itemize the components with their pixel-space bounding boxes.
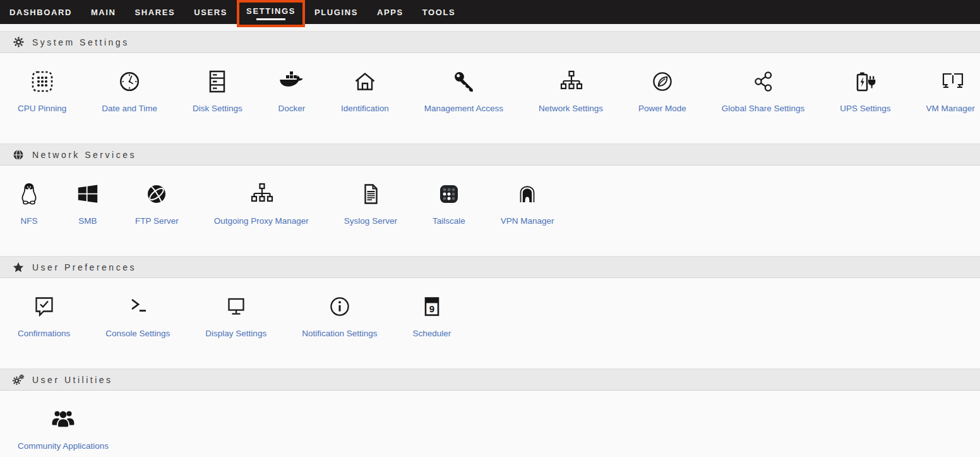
linux-tux-icon	[18, 179, 40, 209]
vm-windows-icon	[937, 66, 964, 97]
section-header-user-preferences: User Preferences	[0, 256, 980, 278]
cpu-pinning-icon	[30, 66, 55, 97]
section-body-system-settings: CPU Pinning Date and Time Disk Settings	[0, 53, 980, 143]
settings-item-label: Outgoing Proxy Manager	[214, 216, 309, 226]
settings-item-label: CPU Pinning	[18, 104, 66, 113]
users-group-icon	[50, 404, 76, 434]
settings-item-vm-manager[interactable]: VM Manager	[909, 66, 980, 113]
scheduler-date: 9	[429, 303, 434, 314]
section-header-network-services: Network Services	[0, 143, 980, 166]
nav-tab-users[interactable]: USERS	[184, 0, 237, 24]
section-title: User Utilities	[32, 375, 113, 385]
leaf-circle-icon	[650, 66, 675, 97]
nav-tab-tools[interactable]: TOOLS	[413, 0, 465, 24]
settings-item-console-settings[interactable]: Console Settings	[88, 291, 188, 338]
nav-gap	[0, 24, 980, 31]
settings-item-scheduler[interactable]: 9 Scheduler	[395, 291, 469, 338]
section-body-user-preferences: Confirmations Console Settings Display S…	[0, 278, 980, 369]
gear-icon	[11, 36, 25, 48]
settings-item-date-and-time[interactable]: Date and Time	[84, 66, 175, 113]
settings-item-global-share-settings[interactable]: Global Share Settings	[704, 66, 822, 113]
settings-item-docker[interactable]: Docker	[260, 66, 323, 113]
settings-item-label: Disk Settings	[193, 104, 242, 113]
nav-tab-shares[interactable]: SHARES	[126, 0, 185, 24]
section-title: System Settings	[32, 37, 129, 47]
monitor-icon	[224, 291, 249, 322]
terminal-icon	[125, 291, 150, 322]
settings-item-label: Confirmations	[18, 329, 70, 338]
nav-tab-plugins[interactable]: PLUGINS	[305, 0, 368, 24]
settings-item-label: Network Settings	[539, 104, 603, 113]
settings-item-vpn-manager[interactable]: VPN Manager	[483, 179, 572, 226]
settings-item-tailscale[interactable]: Tailscale	[415, 179, 483, 226]
settings-item-network-settings[interactable]: Network Settings	[521, 66, 621, 113]
section-title: User Preferences	[32, 262, 136, 272]
calendar-icon: 9	[419, 291, 445, 322]
server-icon	[205, 66, 230, 97]
settings-item-management-access[interactable]: Management Access	[407, 66, 521, 113]
comment-check-icon	[32, 291, 57, 322]
settings-item-label: Power Mode	[638, 104, 686, 113]
home-icon	[352, 66, 378, 97]
settings-item-ups-settings[interactable]: UPS Settings	[822, 66, 908, 113]
nav-tab-label: USERS	[194, 8, 227, 17]
settings-item-ftp-server[interactable]: FTP Server	[117, 179, 196, 226]
settings-item-outgoing-proxy-manager[interactable]: Outgoing Proxy Manager	[196, 179, 326, 226]
settings-item-power-mode[interactable]: Power Mode	[621, 66, 704, 113]
settings-item-label: Identification	[341, 104, 389, 113]
tailscale-icon	[436, 179, 462, 209]
active-tab-underline	[256, 18, 285, 20]
settings-item-label: Date and Time	[102, 104, 157, 113]
info-circle-icon	[327, 291, 352, 322]
settings-item-disk-settings[interactable]: Disk Settings	[175, 66, 260, 113]
settings-item-label: NFS	[21, 216, 38, 226]
settings-item-identification[interactable]: Identification	[323, 66, 407, 113]
nav-tab-apps[interactable]: APPS	[368, 0, 413, 24]
nav-tab-label: SETTINGS	[246, 6, 296, 16]
nav-tab-label: SHARES	[135, 8, 176, 17]
nav-tab-label: MAIN	[91, 8, 116, 17]
settings-item-label: FTP Server	[135, 216, 179, 226]
log-file-icon	[358, 179, 383, 209]
sitemap-icon	[558, 66, 583, 97]
nav-tab-settings[interactable]: SETTINGS	[237, 0, 305, 27]
nav-tab-dashboard[interactable]: DASHBOARD	[0, 0, 81, 24]
battery-plug-icon	[852, 66, 878, 97]
nav-tab-main[interactable]: MAIN	[81, 0, 126, 24]
settings-item-label: Management Access	[424, 104, 503, 113]
nav-tab-label: DASHBOARD	[9, 8, 72, 17]
settings-item-display-settings[interactable]: Display Settings	[188, 291, 284, 338]
key-icon	[451, 66, 476, 97]
nav-tab-label: TOOLS	[422, 8, 456, 17]
share-nodes-icon	[751, 66, 776, 97]
settings-item-label: Tailscale	[433, 216, 465, 226]
section-header-system-settings: System Settings	[0, 31, 980, 53]
settings-item-nfs[interactable]: NFS	[0, 179, 58, 226]
settings-item-confirmations[interactable]: Confirmations	[0, 291, 88, 338]
nav-tab-label: PLUGINS	[314, 8, 358, 17]
settings-item-cpu-pinning[interactable]: CPU Pinning	[0, 66, 84, 113]
section-body-user-utilities: Community Applications	[0, 391, 980, 457]
settings-item-smb[interactable]: SMB	[58, 179, 117, 226]
settings-item-label: Console Settings	[105, 329, 170, 338]
settings-item-label: Scheduler	[412, 329, 451, 338]
sitemap-icon	[249, 179, 274, 209]
section-body-network-services: NFS SMB FTP Server	[0, 166, 980, 256]
star-icon	[11, 262, 25, 273]
settings-item-label: SMB	[78, 216, 97, 226]
windows-logo-icon	[76, 179, 100, 209]
nav-tab-label: APPS	[377, 8, 403, 17]
settings-item-label: Community Applications	[18, 441, 109, 451]
settings-item-notification-settings[interactable]: Notification Settings	[284, 291, 395, 338]
settings-item-syslog-server[interactable]: Syslog Server	[326, 179, 415, 226]
settings-item-community-applications[interactable]: Community Applications	[0, 404, 126, 451]
settings-item-label: Global Share Settings	[722, 104, 804, 113]
section-header-user-utilities: User Utilities	[0, 369, 980, 391]
settings-item-label: Display Settings	[205, 329, 266, 338]
top-nav: DASHBOARD MAIN SHARES USERS SETTINGS PLU…	[0, 0, 980, 24]
settings-item-label: VPN Manager	[501, 216, 554, 226]
gears-icon	[11, 374, 25, 386]
vpn-arch-icon	[515, 179, 540, 209]
settings-item-label: Notification Settings	[302, 329, 377, 338]
globe-icon	[11, 149, 25, 161]
